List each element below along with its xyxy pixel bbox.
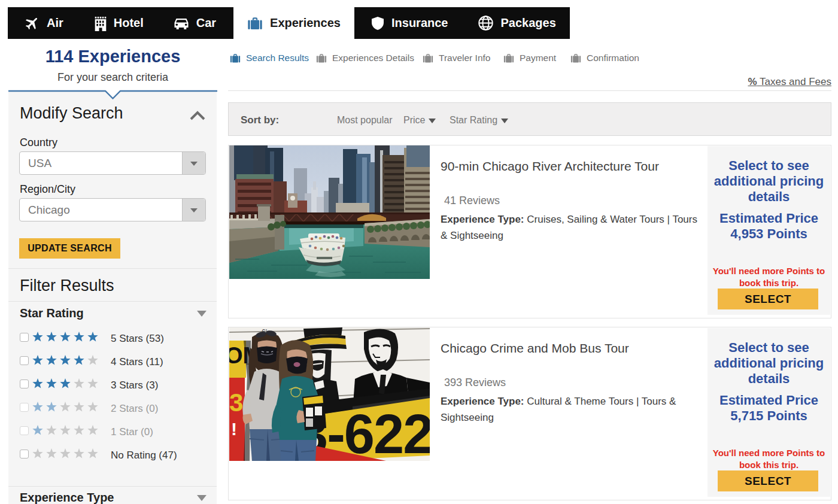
svg-text:3: 3 <box>229 388 243 417</box>
svg-text:!: ! <box>231 419 237 439</box>
